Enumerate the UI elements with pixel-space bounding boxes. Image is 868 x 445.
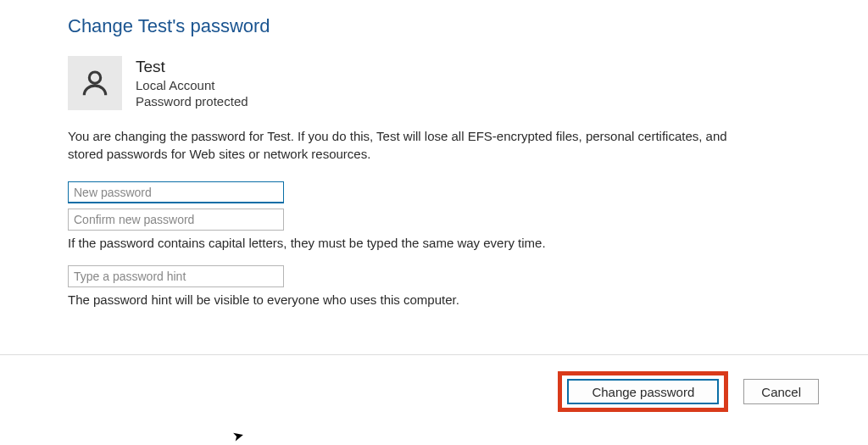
confirm-password-input[interactable]: [68, 209, 284, 231]
page-title: Change Test's password: [68, 15, 817, 37]
avatar: [68, 56, 122, 110]
account-summary: Test Local Account Password protected: [68, 56, 817, 110]
svg-point-0: [89, 72, 100, 83]
account-name: Test: [136, 58, 248, 76]
footer-separator: [0, 354, 868, 355]
change-password-button[interactable]: Change password: [567, 379, 719, 404]
warning-text: You are changing the password for Test. …: [68, 127, 729, 163]
hint-help-text: The password hint will be visible to eve…: [68, 292, 817, 307]
account-status: Password protected: [136, 94, 248, 108]
account-type: Local Account: [136, 78, 248, 92]
caps-help-text: If the password contains capital letters…: [68, 236, 817, 250]
primary-button-highlight: Change password: [558, 371, 728, 412]
new-password-input[interactable]: [68, 181, 284, 203]
footer-buttons: Change password Cancel: [558, 371, 819, 412]
cancel-button[interactable]: Cancel: [743, 379, 819, 404]
password-hint-input[interactable]: [68, 265, 284, 287]
user-icon: [79, 67, 111, 99]
mouse-cursor-icon: ➤: [231, 427, 245, 445]
